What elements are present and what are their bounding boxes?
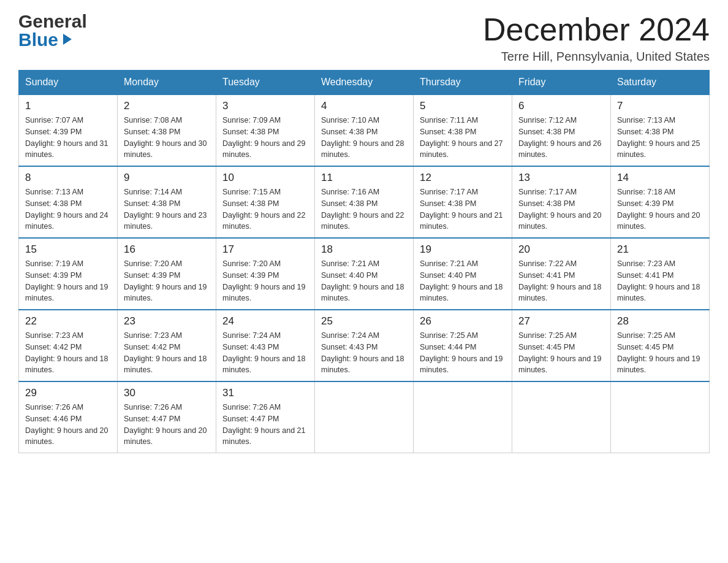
sunset-text: Sunset: 4:38 PM (420, 128, 476, 136)
header-tuesday: Tuesday (216, 71, 315, 95)
calendar-table: Sunday Monday Tuesday Wednesday Thursday… (18, 70, 710, 453)
sunrise-text: Sunrise: 7:11 AM (420, 116, 478, 124)
table-row: 20 Sunrise: 7:22 AM Sunset: 4:41 PM Dayl… (512, 238, 611, 310)
day-info: Sunrise: 7:17 AM Sunset: 4:38 PM Dayligh… (518, 186, 604, 232)
table-row: 31 Sunrise: 7:26 AM Sunset: 4:47 PM Dayl… (216, 381, 315, 453)
day-number: 6 (518, 100, 604, 112)
svg-marker-0 (63, 34, 72, 45)
table-row (414, 381, 512, 453)
sunrise-text: Sunrise: 7:26 AM (25, 403, 83, 412)
day-number: 3 (222, 100, 308, 112)
sunrise-text: Sunrise: 7:20 AM (124, 259, 182, 268)
sunset-text: Sunset: 4:45 PM (518, 343, 575, 351)
day-info: Sunrise: 7:21 AM Sunset: 4:40 PM Dayligh… (321, 258, 407, 304)
day-info: Sunrise: 7:23 AM Sunset: 4:41 PM Dayligh… (617, 258, 703, 304)
day-info: Sunrise: 7:10 AM Sunset: 4:38 PM Dayligh… (321, 115, 407, 161)
sunset-text: Sunset: 4:39 PM (25, 128, 82, 136)
sunrise-text: Sunrise: 7:23 AM (25, 331, 83, 340)
daylight-text: Daylight: 9 hours and 21 minutes. (420, 211, 503, 231)
sunset-text: Sunset: 4:38 PM (222, 128, 279, 136)
sunset-text: Sunset: 4:38 PM (222, 199, 279, 208)
table-row: 27 Sunrise: 7:25 AM Sunset: 4:45 PM Dayl… (512, 310, 611, 381)
sunset-text: Sunset: 4:39 PM (222, 271, 279, 280)
table-row: 17 Sunrise: 7:20 AM Sunset: 4:39 PM Dayl… (216, 238, 315, 310)
table-row: 12 Sunrise: 7:17 AM Sunset: 4:38 PM Dayl… (414, 166, 512, 238)
day-number: 18 (321, 243, 407, 256)
day-number: 9 (124, 172, 210, 184)
calendar-week-row: 15 Sunrise: 7:19 AM Sunset: 4:39 PM Dayl… (19, 238, 710, 310)
day-info: Sunrise: 7:14 AM Sunset: 4:38 PM Dayligh… (124, 186, 210, 232)
day-number: 16 (124, 243, 210, 256)
sunrise-text: Sunrise: 7:15 AM (222, 188, 281, 196)
location-subtitle: Terre Hill, Pennsylvania, United States (483, 50, 710, 64)
page-container: General Blue December 2024 Terre Hill, P… (18, 12, 710, 453)
sunset-text: Sunset: 4:40 PM (420, 271, 476, 280)
table-row: 11 Sunrise: 7:16 AM Sunset: 4:38 PM Dayl… (315, 166, 414, 238)
table-row (512, 381, 611, 453)
sunrise-text: Sunrise: 7:22 AM (518, 259, 577, 268)
month-title: December 2024 (483, 12, 710, 47)
sunrise-text: Sunrise: 7:14 AM (124, 188, 182, 196)
sunrise-text: Sunrise: 7:17 AM (518, 188, 577, 196)
day-number: 7 (617, 100, 703, 112)
sunrise-text: Sunrise: 7:23 AM (124, 331, 182, 340)
sunset-text: Sunset: 4:40 PM (321, 271, 377, 280)
table-row: 15 Sunrise: 7:19 AM Sunset: 4:39 PM Dayl… (19, 238, 118, 310)
sunset-text: Sunset: 4:38 PM (25, 199, 82, 208)
daylight-text: Daylight: 9 hours and 19 minutes. (124, 283, 207, 303)
day-number: 5 (420, 100, 506, 112)
sunset-text: Sunset: 4:42 PM (25, 343, 82, 351)
day-number: 17 (222, 243, 308, 256)
day-info: Sunrise: 7:17 AM Sunset: 4:38 PM Dayligh… (420, 186, 506, 232)
table-row (315, 381, 414, 453)
table-row (611, 381, 710, 453)
header: General Blue December 2024 Terre Hill, P… (18, 12, 710, 64)
header-thursday: Thursday (414, 71, 512, 95)
sunset-text: Sunset: 4:43 PM (222, 343, 279, 351)
header-sunday: Sunday (19, 71, 118, 95)
day-number: 20 (518, 243, 604, 256)
sunrise-text: Sunrise: 7:26 AM (222, 403, 281, 412)
table-row: 26 Sunrise: 7:25 AM Sunset: 4:44 PM Dayl… (414, 310, 512, 381)
table-row: 5 Sunrise: 7:11 AM Sunset: 4:38 PM Dayli… (414, 94, 512, 166)
sunset-text: Sunset: 4:39 PM (25, 271, 82, 280)
daylight-text: Daylight: 9 hours and 23 minutes. (124, 211, 207, 231)
logo-arrow-icon (61, 31, 74, 49)
sunrise-text: Sunrise: 7:16 AM (321, 188, 379, 196)
sunset-text: Sunset: 4:38 PM (321, 128, 377, 136)
day-info: Sunrise: 7:22 AM Sunset: 4:41 PM Dayligh… (518, 258, 604, 304)
day-info: Sunrise: 7:25 AM Sunset: 4:44 PM Dayligh… (420, 330, 506, 376)
day-number: 14 (617, 172, 703, 184)
sunrise-text: Sunrise: 7:08 AM (124, 116, 182, 124)
sunrise-text: Sunrise: 7:25 AM (617, 331, 675, 340)
daylight-text: Daylight: 9 hours and 30 minutes. (124, 139, 207, 159)
sunrise-text: Sunrise: 7:18 AM (617, 188, 675, 196)
daylight-text: Daylight: 9 hours and 20 minutes. (518, 211, 602, 231)
day-number: 22 (25, 315, 111, 327)
sunset-text: Sunset: 4:38 PM (124, 199, 180, 208)
day-info: Sunrise: 7:19 AM Sunset: 4:39 PM Dayligh… (25, 258, 111, 304)
daylight-text: Daylight: 9 hours and 20 minutes. (25, 426, 108, 446)
day-info: Sunrise: 7:18 AM Sunset: 4:39 PM Dayligh… (617, 186, 703, 232)
day-number: 24 (222, 315, 308, 327)
table-row: 30 Sunrise: 7:26 AM Sunset: 4:47 PM Dayl… (118, 381, 216, 453)
sunrise-text: Sunrise: 7:12 AM (518, 116, 577, 124)
sunset-text: Sunset: 4:38 PM (518, 128, 575, 136)
day-number: 4 (321, 100, 407, 112)
sunset-text: Sunset: 4:43 PM (321, 343, 377, 351)
sunset-text: Sunset: 4:47 PM (124, 415, 180, 423)
day-number: 1 (25, 100, 111, 112)
day-number: 12 (420, 172, 506, 184)
table-row: 1 Sunrise: 7:07 AM Sunset: 4:39 PM Dayli… (19, 94, 118, 166)
sunrise-text: Sunrise: 7:21 AM (420, 259, 478, 268)
logo: General Blue (18, 12, 87, 49)
sunrise-text: Sunrise: 7:20 AM (222, 259, 281, 268)
daylight-text: Daylight: 9 hours and 25 minutes. (617, 139, 700, 159)
calendar-week-row: 22 Sunrise: 7:23 AM Sunset: 4:42 PM Dayl… (19, 310, 710, 381)
sunset-text: Sunset: 4:46 PM (25, 415, 82, 423)
day-info: Sunrise: 7:21 AM Sunset: 4:40 PM Dayligh… (420, 258, 506, 304)
header-friday: Friday (512, 71, 611, 95)
day-info: Sunrise: 7:25 AM Sunset: 4:45 PM Dayligh… (518, 330, 604, 376)
daylight-text: Daylight: 9 hours and 24 minutes. (25, 211, 108, 231)
weekday-header-row: Sunday Monday Tuesday Wednesday Thursday… (19, 71, 710, 95)
